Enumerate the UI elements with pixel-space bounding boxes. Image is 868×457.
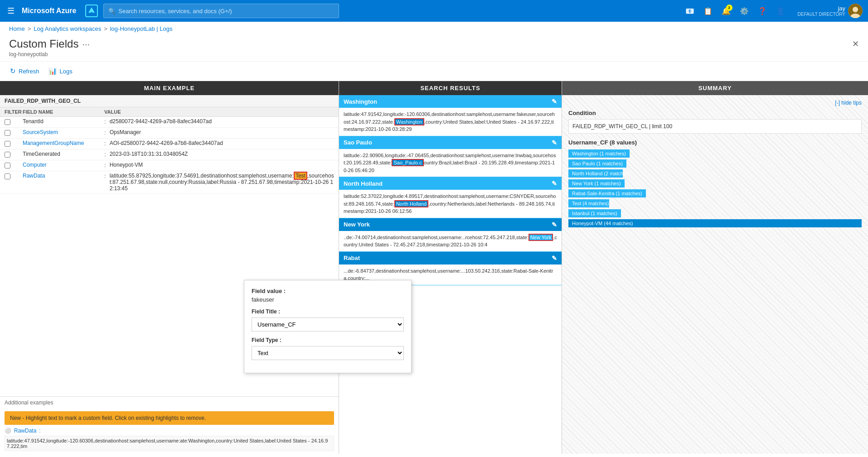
bar-northholland: North Holland (2 matches) bbox=[568, 169, 623, 178]
record-type: FAILED_RDP_WITH_GEO_CL bbox=[0, 95, 339, 107]
user-directory: DEFAULT DIRECTORY bbox=[798, 12, 845, 17]
summary-bar-rabat[interactable]: Rabat-Sale-Kenitra (1 matches) bbox=[568, 189, 862, 197]
user-menu[interactable]: jay DEFAULT DIRECTORY bbox=[798, 4, 863, 18]
summary-bar-honeypotvm[interactable]: Honeypot-VM (44 matches) bbox=[568, 219, 862, 227]
username-cf-label: Username_CF (8 values) bbox=[568, 139, 862, 146]
refresh-button[interactable]: ↻ Refresh bbox=[9, 65, 40, 77]
edit-icon-saopaulo[interactable]: ✎ bbox=[552, 139, 557, 146]
result-header-newyork: New York ✎ bbox=[339, 218, 562, 231]
edit-icon-northholland[interactable]: ✎ bbox=[552, 180, 557, 187]
rawdata-link[interactable]: RawData bbox=[14, 428, 36, 434]
field-checkbox-sourcesystem[interactable] bbox=[5, 129, 23, 136]
result-header-northholland: North Holland ✎ bbox=[339, 177, 562, 190]
page-header: Custom Fields ··· ✕ log-honeypotlab bbox=[0, 36, 868, 62]
more-options-button[interactable]: ··· bbox=[82, 39, 90, 49]
main-content: MAIN EXAMPLE FAILED_RDP_WITH_GEO_CL FILT… bbox=[0, 81, 868, 454]
azure-icon-badge bbox=[85, 5, 98, 17]
page-subtitle: log-honeypotlab bbox=[9, 51, 859, 58]
edit-icon-washington[interactable]: ✎ bbox=[552, 98, 557, 105]
summary-bar-newyork[interactable]: New York (1 matches) bbox=[568, 179, 862, 188]
result-item-northholland: North Holland ✎ latitude:52.37022,longit… bbox=[339, 177, 562, 218]
bar-rabat: Rabat-Sale-Kenitra (1 matches) bbox=[568, 189, 646, 197]
nav-icons: 📧 📋 🔔 3 ⚙️ ❓ 👤 bbox=[682, 3, 789, 19]
refresh-icon: ↻ bbox=[10, 67, 16, 75]
bar-istanbul: Istanbul (1 matches) bbox=[568, 209, 621, 217]
field-name-computer[interactable]: Computer bbox=[23, 162, 104, 168]
summary-bar-test[interactable]: Test (4 matches) bbox=[568, 199, 862, 207]
result-title-saopaulo: Sao Paulo bbox=[344, 139, 372, 146]
result-body-washington: latitude:47.91542,longitude:-120.60306,d… bbox=[339, 108, 562, 136]
field-name-tenantid: TenantId bbox=[23, 118, 104, 125]
breadcrumb-workspace[interactable]: Log Analytics workspaces bbox=[34, 25, 101, 32]
checkbox-mgmtgroup[interactable] bbox=[5, 141, 10, 147]
breadcrumb-log[interactable]: log-HoneypotLab | Logs bbox=[110, 25, 173, 32]
notifications-icon[interactable]: 🔔 3 bbox=[718, 3, 734, 19]
bar-newyork: New York (1 matches) bbox=[568, 179, 625, 188]
breadcrumb-home[interactable]: Home bbox=[9, 25, 25, 32]
feedback-icon[interactable]: 📋 bbox=[700, 3, 716, 19]
field-checkbox-rawdata[interactable] bbox=[5, 173, 23, 179]
search-input[interactable] bbox=[118, 8, 334, 14]
state-highlight-newyork: New York bbox=[529, 234, 553, 241]
close-button[interactable]: ✕ bbox=[852, 39, 859, 49]
main-example-panel: MAIN EXAMPLE FAILED_RDP_WITH_GEO_CL FILT… bbox=[0, 81, 339, 454]
summary-bar-istanbul[interactable]: Istanbul (1 matches) bbox=[568, 209, 862, 217]
field-value-mgmtgroup: AOI-d2580072-9442-4269-a7b8-8afec34407ad bbox=[110, 140, 334, 146]
field-name-sourcesystem[interactable]: SourceSystem bbox=[23, 129, 104, 135]
popup-field-value-label: Field value : bbox=[252, 288, 404, 294]
popup-title-label: Field Title : bbox=[252, 308, 404, 315]
checkbox-tenantid[interactable] bbox=[5, 119, 10, 125]
field-row: RawData : latitude:55.87925,longitude:37… bbox=[0, 171, 339, 193]
field-name-mgmtgroup[interactable]: ManagementGroupName bbox=[23, 140, 104, 146]
field-row: SourceSystem : OpsManager bbox=[0, 128, 339, 139]
filter-col-header: FILTER bbox=[5, 109, 23, 115]
value-col-header: VALUE bbox=[104, 109, 334, 115]
result-body-newyork: ..de:-74.00714,destinationhost:samplehos… bbox=[339, 231, 562, 251]
help-icon[interactable]: ❓ bbox=[754, 3, 771, 19]
checkbox-sourcesystem[interactable] bbox=[5, 130, 10, 136]
field-name-timegenerated: TimeGenerated bbox=[23, 151, 104, 157]
state-highlight-northholland: North Holland bbox=[394, 200, 428, 207]
example-rawdata: ⚪ RawData : latitude:47.91542,longitude:… bbox=[0, 428, 339, 454]
result-item-saopaulo: Sao Paulo ✎ latitude:-22.90906,longitude… bbox=[339, 136, 562, 178]
summary-bar-saopaulo[interactable]: Sao Paulo (1 matches) bbox=[568, 159, 862, 168]
logs-button[interactable]: 📊 Logs bbox=[48, 65, 73, 77]
settings-icon[interactable]: ⚙️ bbox=[736, 3, 752, 19]
breadcrumb: Home > Log Analytics workspaces > log-Ho… bbox=[0, 22, 868, 36]
top-nav: ☰ Microsoft Azure 🔍 📧 📋 🔔 3 ⚙️ ❓ 👤 jay D… bbox=[0, 0, 868, 22]
summary-bar-washington[interactable]: Washington (1 matches) bbox=[568, 149, 862, 158]
field-checkbox-computer[interactable] bbox=[5, 162, 23, 168]
field-checkbox-mgmtgroup[interactable] bbox=[5, 140, 23, 147]
summary-header: SUMMARY bbox=[562, 81, 868, 95]
avatar[interactable] bbox=[848, 4, 863, 18]
result-title-northholland: North Holland bbox=[344, 180, 383, 187]
hamburger-icon[interactable]: ☰ bbox=[5, 4, 16, 18]
edit-icon-newyork[interactable]: ✎ bbox=[552, 221, 557, 228]
summary-bar-northholland[interactable]: North Holland (2 matches) bbox=[568, 169, 862, 178]
results-list[interactable]: Washington ✎ latitude:47.91542,longitude… bbox=[339, 95, 562, 454]
hide-tips-link[interactable]: [-] hide tips bbox=[568, 100, 862, 106]
result-item-newyork: New York ✎ ..de:-74.00714,destinationhos… bbox=[339, 218, 562, 252]
account-icon[interactable]: 👤 bbox=[772, 3, 789, 19]
field-row: ManagementGroupName : AOI-d2580072-9442-… bbox=[0, 139, 339, 149]
field-value-sourcesystem: OpsManager bbox=[110, 129, 334, 135]
field-name-rawdata[interactable]: RawData bbox=[23, 173, 104, 179]
checkbox-rawdata[interactable] bbox=[5, 173, 10, 179]
fields-header: FILTER FIELD NAME VALUE bbox=[0, 107, 339, 117]
state-highlight-saopaulo: Sao_Paulo.c bbox=[392, 159, 423, 166]
search-bar[interactable]: 🔍 bbox=[103, 4, 339, 18]
field-checkbox-tenantid[interactable] bbox=[5, 118, 23, 125]
checkbox-computer[interactable] bbox=[5, 163, 10, 168]
edit-icon-rabat[interactable]: ✎ bbox=[552, 255, 557, 262]
field-checkbox-timegenerated[interactable] bbox=[5, 151, 23, 158]
checkbox-timegenerated[interactable] bbox=[5, 152, 10, 158]
logs-icon: 📊 bbox=[48, 67, 57, 75]
field-row: TimeGenerated : 2023-03-18T10:31:31.0348… bbox=[0, 149, 339, 160]
rawdata-highlight[interactable]: Test bbox=[294, 172, 307, 180]
notification-feed-icon[interactable]: 📧 bbox=[682, 3, 698, 19]
rawdata-example-label[interactable]: ⚪ RawData : bbox=[5, 428, 334, 434]
toolbar: ↻ Refresh 📊 Logs bbox=[0, 62, 868, 81]
field-title-select[interactable]: Username_CF bbox=[252, 317, 404, 332]
result-body-northholland: latitude:52.37022,longitude:4.89517,dest… bbox=[339, 190, 562, 218]
field-type-select[interactable]: Text Integer Float Boolean DateTime bbox=[252, 346, 404, 360]
